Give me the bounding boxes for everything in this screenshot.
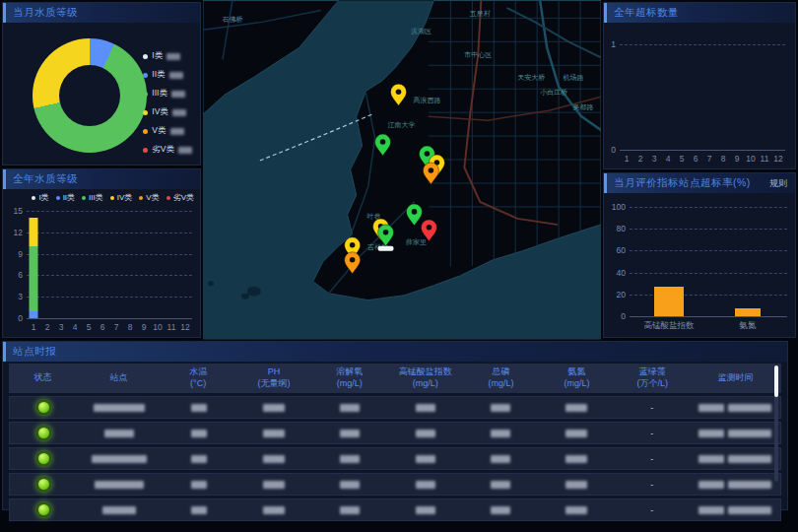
donut-legend: I类II类III类IV类V类劣V类	[143, 50, 192, 156]
redacted-value	[340, 506, 360, 514]
table-scrollbar-thumb[interactable]	[774, 366, 778, 397]
x-axis-tick: 8	[721, 150, 726, 164]
month-rate-chart[interactable]: 020406080100高锰酸盐指数氨氮	[630, 207, 787, 317]
redacted-date	[698, 481, 724, 489]
map-island	[241, 294, 249, 299]
x-axis-tick: 6	[694, 150, 698, 164]
panel-year-exceed-header: 全年超标数量	[604, 3, 795, 23]
rate-bar[interactable]	[654, 287, 684, 316]
value-cell	[463, 481, 539, 489]
column-header: 高锰酸盐指数(mg/L)	[387, 366, 463, 389]
stacked-bar-segment[interactable]	[30, 218, 38, 246]
redacted-station-name	[92, 455, 147, 463]
value-cell	[236, 404, 312, 412]
legend-item: I类	[143, 50, 192, 62]
y-axis-tick: 6	[18, 270, 27, 280]
value-cell	[387, 455, 463, 463]
map-street-label: 江南大学	[388, 121, 416, 129]
map-island	[208, 281, 214, 286]
redacted-station-name	[95, 481, 144, 489]
rules-link[interactable]: 规则	[769, 177, 787, 190]
x-axis-tick: 10	[746, 150, 755, 164]
value-cell	[161, 506, 236, 514]
redacted-date	[698, 455, 724, 463]
map-marker-green[interactable]	[378, 225, 394, 251]
value-cell	[387, 481, 463, 489]
month-grade-donut-chart[interactable]	[33, 38, 147, 153]
year-exceed-chart[interactable]: 01123456789101112	[620, 44, 785, 151]
column-label: 水温	[161, 366, 236, 378]
value-cell	[312, 430, 388, 437]
map-street-label: 浜湖区	[411, 28, 432, 35]
table-row[interactable]: -	[9, 422, 781, 444]
panel-year-grade: 全年水质等级 I类II类III类IV类V类劣V类 036912151234567…	[2, 168, 201, 338]
column-header: 监测时间	[691, 372, 781, 384]
year-grade-chart[interactable]: 03691215123456789101112	[27, 211, 192, 319]
redacted-value	[491, 506, 510, 514]
gridline	[27, 275, 192, 276]
gridline	[27, 211, 192, 212]
x-axis-tick: 1	[32, 318, 36, 332]
column-unit: (万个/L)	[615, 378, 691, 390]
redacted-value	[170, 128, 184, 135]
legend-dot	[139, 196, 143, 200]
redacted-value	[191, 481, 207, 489]
legend-item: V类	[139, 192, 159, 203]
value-cell	[161, 481, 236, 489]
value-cell	[161, 404, 236, 412]
value-cell	[161, 455, 236, 463]
legend-dot	[143, 110, 148, 115]
y-axis-tick: 100	[612, 202, 630, 212]
map-street-label: 石佛桥	[222, 16, 242, 24]
column-label: 监测时间	[691, 372, 781, 384]
column-label: 溶解氧	[311, 366, 387, 378]
status-indicator	[36, 502, 51, 517]
pin-hole	[427, 225, 432, 231]
pin-hole	[429, 167, 434, 173]
table-row[interactable]: -	[9, 447, 781, 470]
value-cell	[312, 404, 388, 412]
legend-item: III类	[143, 88, 192, 100]
value-cell	[312, 506, 388, 514]
station-table-header: 站点时报	[3, 342, 787, 362]
table-scrollbar[interactable]	[774, 366, 778, 482]
x-axis-tick: 2	[45, 318, 50, 332]
map-street-label: 高浪西路	[413, 97, 440, 104]
column-header: 蓝绿藻(万个/L)	[615, 366, 691, 389]
value-cell	[161, 430, 236, 437]
legend-label: III类	[89, 192, 103, 203]
station-map[interactable]: 石佛桥五星村浜湖区市中心区天安大桥机场路小白庄桥高浪西路吴都路江南大学叶巷吉祥桥…	[203, 0, 601, 340]
redacted-value	[263, 506, 285, 514]
stacked-bar-segment[interactable]	[30, 246, 38, 310]
table-row[interactable]: -	[9, 396, 781, 419]
stacked-bar-segment[interactable]	[30, 311, 38, 318]
redacted-time	[728, 430, 771, 437]
gridline	[27, 297, 192, 298]
table-row[interactable]: -	[9, 473, 781, 496]
column-label: 高锰酸盐指数	[387, 366, 463, 378]
legend-label: I类	[38, 192, 48, 203]
station-cell	[78, 455, 161, 463]
time-cell	[690, 430, 780, 437]
time-cell	[690, 481, 780, 489]
panel-title: 全年水质等级	[13, 172, 78, 186]
y-axis-tick: 20	[617, 290, 630, 299]
redacted-value	[191, 506, 207, 514]
table-row[interactable]: -	[9, 499, 781, 521]
redacted-value	[340, 430, 360, 437]
redacted-date	[698, 430, 724, 437]
legend-label: III类	[152, 88, 167, 100]
panel-month-grade-header: 当月水质等级	[3, 3, 200, 23]
value-cell	[539, 404, 615, 412]
x-axis-tick: 10	[153, 318, 162, 332]
redacted-value	[416, 404, 435, 412]
status-indicator	[36, 426, 51, 440]
legend-label: 劣V类	[152, 144, 174, 156]
legend-dot	[143, 148, 148, 153]
pin-hole	[412, 209, 418, 215]
map-street-label: 吴都路	[573, 103, 594, 111]
rate-bar[interactable]	[735, 308, 761, 316]
y-axis-tick: 40	[617, 268, 630, 278]
value-cell	[463, 430, 539, 437]
dashboard: 当月水质等级 I类II类III类IV类V类劣V类 全年水质等级 I类II类III…	[0, 0, 798, 532]
